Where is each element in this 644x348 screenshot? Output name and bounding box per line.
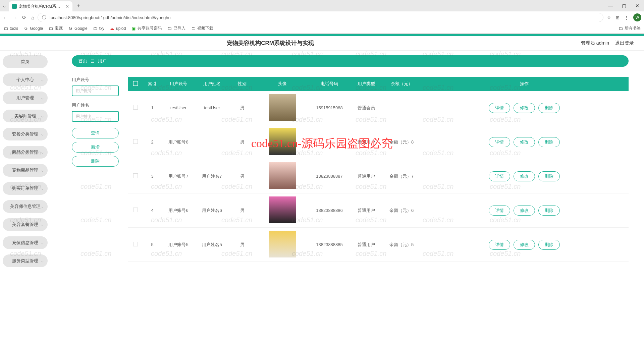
window-controls: ― ▢ ✕ bbox=[604, 3, 644, 8]
new-tab-button[interactable]: ＋ bbox=[72, 2, 85, 9]
name-input[interactable] bbox=[72, 111, 119, 122]
th-balance: 余额（元） bbox=[383, 81, 420, 87]
folder-icon: 🗀 bbox=[618, 26, 623, 31]
maximize-icon[interactable]: ▢ bbox=[617, 3, 631, 8]
bookmark-item[interactable]: ☁uplod bbox=[110, 26, 126, 31]
logout-link[interactable]: 退出登录 bbox=[615, 40, 634, 46]
select-all-checkbox[interactable] bbox=[133, 81, 138, 86]
bookmark-item[interactable]: 🗀视频下载 bbox=[191, 25, 213, 31]
edit-button[interactable]: 修改 bbox=[514, 137, 535, 147]
del-button[interactable]: 删除 bbox=[538, 103, 560, 113]
bookmark-item[interactable]: ▣共享账号密码 bbox=[131, 25, 162, 31]
detail-button[interactable]: 详情 bbox=[489, 206, 510, 216]
cell-account: testUser bbox=[162, 105, 195, 110]
chevron-down-icon: ⌵ bbox=[41, 96, 44, 100]
bookmark-item[interactable]: 🗀已导入 bbox=[167, 25, 185, 31]
bookmark-item[interactable]: 🗀txy bbox=[93, 26, 104, 31]
all-bookmarks[interactable]: 🗀所有书签 bbox=[618, 25, 641, 31]
cell-type: 普通用户 bbox=[350, 139, 383, 145]
delete-button[interactable]: 删除 bbox=[72, 156, 119, 167]
table-row: 4 用户账号6 用户姓名6 男 13823888886 普通用户 余额（元）6 … bbox=[128, 193, 629, 228]
menu-icon[interactable]: ⋮ bbox=[624, 15, 629, 20]
sidebar-item[interactable]: 宠物商品管理⌵ bbox=[3, 164, 48, 177]
home-icon[interactable]: ⌂ bbox=[31, 15, 34, 20]
bookmark-item[interactable]: GGoogle bbox=[23, 26, 43, 31]
close-icon[interactable]: ✕ bbox=[65, 4, 69, 9]
tab-title: 宠物美容机构CRM系统设计与 bbox=[19, 4, 63, 9]
edit-button[interactable]: 修改 bbox=[514, 206, 535, 216]
table-row: 2 用户账号8 男 普通用户 余额（元）8 详情 修改 删除 bbox=[128, 125, 629, 159]
extensions-icon[interactable]: ⊞ bbox=[616, 15, 620, 20]
profile-avatar[interactable]: W bbox=[633, 13, 641, 21]
sidebar-item[interactable]: 美容套餐管理⌵ bbox=[3, 218, 48, 231]
cell-gender: 男 bbox=[229, 173, 256, 179]
page-title: 宠物美容机构CRM系统设计与实现 bbox=[0, 39, 581, 47]
reload-icon[interactable]: ⟳ bbox=[22, 14, 26, 20]
cell-balance: 余额（元）8 bbox=[383, 139, 420, 145]
th-account: 用户账号 bbox=[162, 81, 195, 87]
folder-icon: 🗀 bbox=[167, 26, 172, 31]
detail-button[interactable]: 详情 bbox=[489, 103, 510, 113]
cell-phone: 15915915988 bbox=[309, 105, 350, 110]
site-info-icon[interactable]: ⓘ bbox=[42, 14, 46, 20]
detail-button[interactable]: 详情 bbox=[489, 240, 510, 250]
add-button[interactable]: 新增 bbox=[72, 142, 119, 153]
sidebar-item[interactable]: 用户管理⌵ bbox=[3, 92, 48, 104]
breadcrumb-sep-icon: ☰ bbox=[91, 59, 95, 64]
bookmark-star-icon[interactable]: ☆ bbox=[607, 14, 611, 20]
chevron-down-icon: ⌵ bbox=[41, 223, 44, 227]
edit-button[interactable]: 修改 bbox=[514, 171, 535, 181]
cell-phone: 13823888885 bbox=[309, 242, 350, 247]
breadcrumb-current: 用户 bbox=[98, 58, 107, 64]
back-icon[interactable]: ← bbox=[3, 15, 8, 20]
sidebar-item[interactable]: 美容师信息管理⌵ bbox=[3, 200, 48, 213]
minimize-icon[interactable]: ― bbox=[604, 3, 617, 8]
row-checkbox[interactable] bbox=[133, 173, 138, 178]
sidebar-item[interactable]: 美容师管理⌵ bbox=[3, 110, 48, 122]
cell-account: 用户账号6 bbox=[162, 208, 195, 214]
cell-name: 用户姓名7 bbox=[195, 173, 229, 179]
breadcrumb-home[interactable]: 首页 bbox=[78, 58, 87, 64]
bookmarks-bar: 🗀tools GGoogle 🗀宝藏 GGoogle 🗀txy ☁uplod ▣… bbox=[0, 23, 644, 34]
row-checkbox[interactable] bbox=[133, 242, 138, 246]
sidebar-item-label: 宠物商品管理 bbox=[12, 167, 38, 173]
query-button[interactable]: 查询 bbox=[72, 128, 119, 138]
sidebar-item-label: 个人中心 bbox=[16, 77, 34, 83]
row-checkbox[interactable] bbox=[133, 105, 138, 110]
sidebar-item-label: 购买订单管理 bbox=[12, 185, 38, 191]
account-input[interactable] bbox=[72, 85, 119, 96]
sidebar-item[interactable]: 充值信息管理⌵ bbox=[3, 236, 48, 249]
folder-icon: 🗀 bbox=[93, 26, 98, 31]
th-phone: 电话号码 bbox=[309, 81, 350, 87]
del-button[interactable]: 删除 bbox=[538, 206, 560, 216]
sidebar-item[interactable]: 服务类型管理⌵ bbox=[3, 254, 48, 267]
detail-button[interactable]: 详情 bbox=[489, 137, 510, 147]
del-button[interactable]: 删除 bbox=[538, 240, 560, 250]
sidebar-item[interactable]: 商品分类管理⌵ bbox=[3, 146, 48, 159]
cell-type: 普通用户 bbox=[350, 173, 383, 179]
row-checkbox[interactable] bbox=[133, 139, 138, 144]
share-icon: ▣ bbox=[131, 26, 136, 31]
sidebar-item[interactable]: 套餐分类管理⌵ bbox=[3, 128, 48, 140]
sidebar-item[interactable]: 首页 bbox=[3, 55, 48, 68]
bookmark-item[interactable]: 🗀宝藏 bbox=[48, 25, 63, 31]
row-checkbox[interactable] bbox=[133, 208, 138, 212]
sidebar-item[interactable]: 购买订单管理⌵ bbox=[3, 182, 48, 195]
close-window-icon[interactable]: ✕ bbox=[631, 3, 644, 8]
del-button[interactable]: 删除 bbox=[538, 171, 560, 181]
url-input[interactable]: ⓘ localhost:8080/springbootr1gdh/admin/d… bbox=[38, 13, 603, 22]
user-table: 索引 用户账号 用户姓名 性别 头像 电话号码 用户类型 余额（元） 操作 1 … bbox=[128, 77, 629, 262]
del-button[interactable]: 删除 bbox=[538, 137, 560, 147]
bookmark-item[interactable]: GGoogle bbox=[68, 26, 88, 31]
admin-label[interactable]: 管理员 admin bbox=[581, 40, 609, 46]
tab-dropdown-icon[interactable]: ⌵ bbox=[0, 3, 9, 8]
cell-account: 用户账号8 bbox=[162, 139, 195, 145]
detail-button[interactable]: 详情 bbox=[489, 171, 510, 181]
edit-button[interactable]: 修改 bbox=[514, 240, 535, 250]
sidebar-item[interactable]: 个人中心⌵ bbox=[3, 73, 48, 86]
bookmark-item[interactable]: 🗀tools bbox=[3, 26, 18, 31]
cell-index: 5 bbox=[143, 242, 162, 247]
browser-tab[interactable]: 宠物美容机构CRM系统设计与 ✕ bbox=[9, 1, 72, 11]
forward-icon[interactable]: → bbox=[12, 15, 17, 20]
edit-button[interactable]: 修改 bbox=[514, 103, 535, 113]
